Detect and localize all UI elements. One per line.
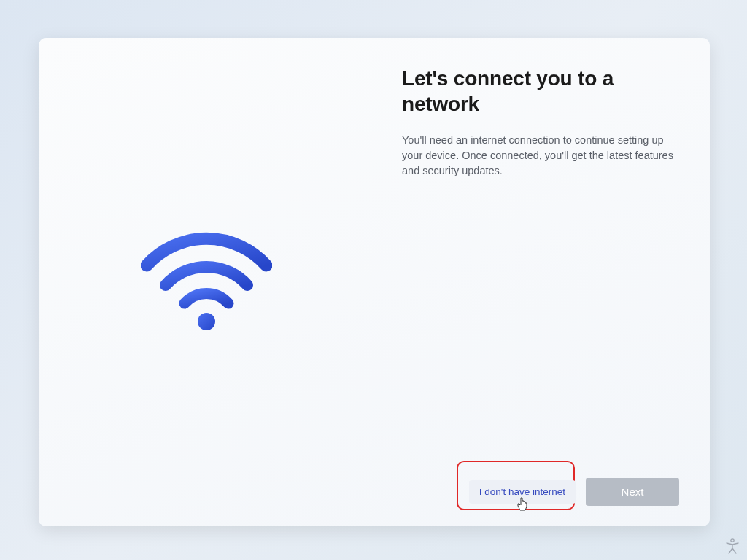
page-description: You'll need an internet connection to co… — [402, 133, 681, 179]
accessibility-icon[interactable] — [725, 538, 740, 554]
content-panel: Let's connect you to a network You'll ne… — [382, 38, 710, 526]
action-buttons: I don't have internet Next — [469, 478, 679, 506]
illustration-panel — [39, 38, 382, 526]
no-internet-label: I don't have internet — [479, 486, 565, 497]
svg-point-1 — [731, 539, 734, 542]
svg-point-0 — [198, 313, 215, 330]
page-title: Let's connect you to a network — [402, 66, 681, 117]
wifi-icon — [141, 230, 272, 332]
next-button[interactable]: Next — [586, 478, 679, 506]
no-internet-button[interactable]: I don't have internet — [469, 480, 576, 504]
setup-card: Let's connect you to a network You'll ne… — [39, 38, 710, 526]
